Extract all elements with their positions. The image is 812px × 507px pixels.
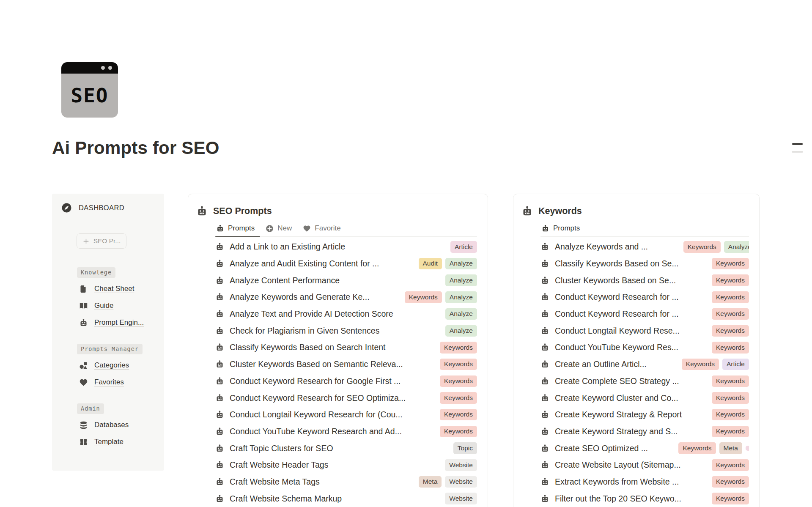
prompt-row[interactable]: Craft Website Schema MarkupWebsite (215, 490, 477, 507)
minimize-dash-icon[interactable] (792, 143, 803, 145)
prompt-row[interactable]: Analyze Text and Provide AI Detection Sc… (215, 306, 477, 323)
new-seo-prompt-button[interactable]: SEO Pr... (77, 233, 126, 249)
prompt-row[interactable]: Create Website Layout (Sitemap...Keyword… (540, 457, 749, 474)
keywords-card-header[interactable]: Keywords (521, 205, 759, 217)
prompt-row[interactable]: Check for Plagiarism in Given SentencesA… (215, 322, 477, 339)
tag-analyze: Analyze (724, 241, 749, 253)
prompt-row[interactable]: Craft Topic Clusters for SEOTopic (215, 440, 477, 457)
prompt-row[interactable]: Analyze Keywords and Generate Ke...Keywo… (215, 289, 477, 306)
robot-icon (215, 343, 224, 352)
prompt-row[interactable]: Create Keyword Strategy and S...Keywords (540, 423, 749, 440)
prompt-title: Check for Plagiarism in Given Sentences (230, 326, 379, 336)
prompt-row[interactable]: Create an Outline Articl...KeywordsArtic… (540, 356, 749, 373)
sidebar-item-prompt-engin[interactable]: Prompt Engin... (79, 314, 164, 331)
tag-audit: Audit (419, 258, 442, 270)
tag-keywords: Keywords (712, 409, 749, 421)
section-badge: Knowlege (77, 267, 115, 278)
prompt-row[interactable]: Classify Keywords Based on Se...Keywords (540, 255, 749, 272)
robot-icon (215, 259, 224, 268)
prompt-title: Craft Website Meta Tags (230, 477, 320, 487)
robot-icon (540, 377, 549, 386)
prompt-row[interactable]: Conduct YouTube Keyword Research and Ad.… (215, 423, 477, 440)
prompt-tags: KeywordsAnalyze (683, 241, 749, 253)
prompt-row[interactable]: Cluster Keywords Based on Semantic Relev… (215, 356, 477, 373)
tag-analyze: Analyze (445, 274, 477, 286)
sidebar-item-favorites[interactable]: Favorites (79, 374, 164, 391)
sidebar-item-label: Categories (94, 361, 129, 370)
prompt-row[interactable]: Conduct Keyword Research for ...Keywords (540, 306, 749, 323)
sidebar-item-guide[interactable]: Guide (79, 297, 164, 314)
prompt-row[interactable]: Classify Keywords Based on Search Intent… (215, 339, 477, 356)
prompt-row[interactable]: Conduct Longtail Keyword Research for (C… (215, 406, 477, 423)
prompt-row[interactable]: Conduct Longtail Keyword Rese...Keywords (540, 322, 749, 339)
database-icon (79, 421, 88, 430)
seo-prompts-card: SEO Prompts PromptsNewFavorite Add a Lin… (188, 194, 488, 507)
browser-dot-icon (108, 66, 112, 70)
prompt-row[interactable]: Analyze Content PerformanceAnalyze (215, 272, 477, 289)
prompt-row[interactable]: Create Keyword Cluster and Co...Keywords (540, 389, 749, 406)
tag-keywords: Keywords (712, 274, 749, 286)
prompt-tags: Keywords (712, 476, 749, 488)
prompt-row[interactable]: Craft Website Meta TagsMetaWebsite (215, 474, 477, 491)
prompt-title: Analyze Keywords and ... (555, 242, 648, 252)
prompt-title: Create Keyword Strategy & Report (555, 410, 682, 419)
sidebar-item-label: Guide (94, 301, 113, 310)
prompt-row[interactable]: Conduct Keyword Research for Google Firs… (215, 373, 477, 390)
shapes-icon (79, 361, 88, 370)
prompt-row[interactable]: Conduct Keyword Research for SEO Optimiz… (215, 389, 477, 406)
tag-article: Article (450, 241, 477, 253)
prompt-title: Conduct Longtail Keyword Research for (C… (230, 410, 403, 419)
sidebar-item-template[interactable]: Template (79, 433, 164, 450)
prompt-row[interactable]: Analyze Keywords and ...KeywordsAnalyze (540, 238, 749, 255)
prompt-tags: Keywords (440, 359, 477, 370)
tab-prompts[interactable]: Prompts (215, 224, 260, 236)
robot-icon (215, 310, 224, 318)
new-seo-prompt-label: SEO Pr... (93, 237, 121, 245)
prompt-title: Analyze and Audit Existing Content for .… (230, 259, 379, 269)
sidebar-sections: KnowlegeCheat SheetGuidePrompt Engin...P… (61, 267, 164, 450)
robot-icon (540, 444, 549, 453)
tag-keywords: Keywords (440, 409, 477, 421)
plus-icon (82, 238, 90, 245)
sidebar-header-label[interactable]: DASHBOARD (79, 204, 124, 212)
sidebar-header[interactable]: DASHBOARD (61, 202, 164, 213)
robot-icon (540, 310, 549, 318)
tab-new[interactable]: New (260, 224, 297, 236)
robot-icon (541, 225, 549, 233)
sidebar-item-label: Template (94, 438, 123, 446)
sidebar-item-cheat-sheet[interactable]: Cheat Sheet (79, 280, 164, 297)
prompt-tags: KeywordsAnalyze (405, 291, 477, 303)
section-badge: Prompts Manager (77, 344, 143, 354)
prompt-row[interactable]: Create Keyword Strategy & ReportKeywords (540, 406, 749, 423)
prompt-row[interactable]: Create Complete SEO Strategy ...Keywords (540, 373, 749, 390)
prompt-row[interactable]: Create SEO Optimized ...KeywordsMeta (540, 440, 749, 457)
prompt-row[interactable]: Add a Link to an Existing ArticleArticle (215, 238, 477, 255)
tag-keywords: Keywords (712, 426, 749, 438)
tag-keywords: Keywords (712, 342, 749, 354)
robot-icon (540, 326, 549, 335)
prompt-row[interactable]: Analyze and Audit Existing Content for .… (215, 255, 477, 272)
seo-prompts-card-header[interactable]: SEO Prompts (196, 205, 488, 217)
robot-icon (215, 427, 224, 436)
logo-body: SEO (61, 74, 118, 118)
prompt-tags: Keywords (712, 493, 749, 504)
tab-favorite[interactable]: Favorite (297, 224, 346, 236)
prompt-tags: Keywords (440, 342, 477, 354)
heart-icon (303, 225, 311, 233)
robot-icon (196, 206, 208, 217)
sidebar-item-databases[interactable]: Databases (79, 417, 164, 433)
prompt-title: Create an Outline Articl... (555, 359, 647, 369)
tab-prompts[interactable]: Prompts (540, 224, 585, 236)
prompt-row[interactable]: Conduct YouTube Keyword Res...Keywords (540, 339, 749, 356)
prompt-row[interactable]: Filter out the Top 20 SEO Keywo...Keywor… (540, 490, 749, 507)
prompt-row[interactable]: Cluster Keywords Based on Se...Keywords (540, 272, 749, 289)
robot-icon (215, 444, 224, 453)
prompt-row[interactable]: Extract Keywords from Website ...Keyword… (540, 474, 749, 491)
sidebar-item-categories[interactable]: Categories (79, 357, 164, 374)
heart-icon (79, 378, 88, 387)
prompt-row[interactable]: Craft Website Header TagsWebsite (215, 457, 477, 474)
tag-keywords: Keywords (440, 359, 477, 370)
divider-dash-icon (792, 151, 803, 153)
plus-circle-icon (266, 225, 274, 233)
prompt-row[interactable]: Conduct Keyword Research for ...Keywords (540, 289, 749, 306)
